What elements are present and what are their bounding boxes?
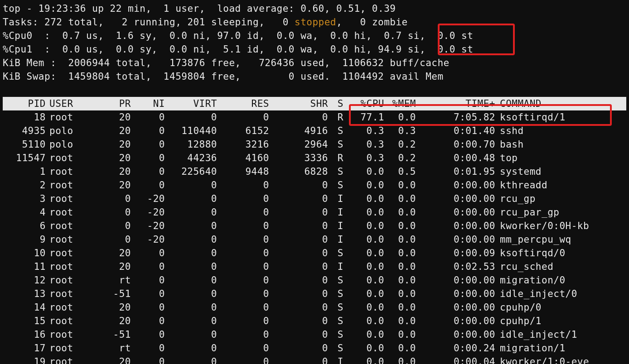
cell-res: 0 <box>217 219 269 233</box>
cell-res: 0 <box>217 287 269 301</box>
cell-time: 0:00.00 <box>416 314 495 328</box>
cell-shr: 0 <box>269 301 328 314</box>
cell-res: 0 <box>217 301 269 314</box>
col-cpu[interactable]: %CPU <box>344 97 384 110</box>
cell-virt: 0 <box>165 301 217 314</box>
cell-ni: 0 <box>131 260 165 273</box>
top-output: top - 19:23:36 up 22 min, 1 user, load a… <box>0 0 629 364</box>
cell-cpu: 0.3 <box>344 138 384 151</box>
cell-mem: 0.0 <box>384 178 416 192</box>
table-row: 18root200000R77.10.07:05.82ksoftirqd/1 <box>3 110 626 124</box>
cell-shr: 0 <box>269 341 328 355</box>
cell-pid: 13 <box>3 287 46 301</box>
cell-cmd: ksoftirqd/1 <box>495 110 626 124</box>
summary-mem: KiB Mem : 2006944 total, 173876 free, 72… <box>3 56 626 70</box>
cell-mem: 0.0 <box>384 287 416 301</box>
cell-ni: -20 <box>131 219 165 233</box>
cell-mem: 0.0 <box>384 246 416 260</box>
cell-cmd: rcu_gp <box>495 192 626 206</box>
cell-s: S <box>328 341 344 355</box>
cell-s: S <box>328 314 344 328</box>
cell-mem: 0.0 <box>384 219 416 233</box>
cell-cmd: idle_inject/1 <box>495 328 626 341</box>
cell-res: 0 <box>217 192 269 206</box>
cell-res: 0 <box>217 260 269 273</box>
cell-cmd: migration/1 <box>495 341 626 355</box>
cell-user: root <box>46 328 86 341</box>
cell-mem: 0.0 <box>384 206 416 219</box>
cell-pid: 10 <box>3 246 46 260</box>
table-row: 5110polo2001288032162964S0.30.20:00.70ba… <box>3 138 626 151</box>
cell-res: 0 <box>217 206 269 219</box>
col-s[interactable]: S <box>328 97 344 110</box>
cell-s: S <box>328 287 344 301</box>
cell-time: 0:00.00 <box>416 328 495 341</box>
cell-ni: -20 <box>131 233 165 246</box>
cell-time: 0:01.95 <box>416 165 495 178</box>
cell-shr: 0 <box>269 246 328 260</box>
cell-pid: 9 <box>3 233 46 246</box>
cell-res: 4160 <box>217 151 269 165</box>
cell-mem: 0.3 <box>384 124 416 138</box>
cell-ni: 0 <box>131 273 165 287</box>
cell-shr: 0 <box>269 355 328 364</box>
col-cmd[interactable]: COMMAND <box>495 97 626 110</box>
cell-ni: 0 <box>131 314 165 328</box>
cell-s: I <box>328 260 344 273</box>
cell-mem: 0.0 <box>384 355 416 364</box>
cell-virt: 0 <box>165 233 217 246</box>
cell-cpu: 0.0 <box>344 178 384 192</box>
cell-pr: rt <box>86 273 131 287</box>
cell-pid: 4 <box>3 206 46 219</box>
cell-user: root <box>46 151 86 165</box>
cell-pr: 0 <box>86 192 131 206</box>
cell-res: 0 <box>217 233 269 246</box>
col-res[interactable]: RES <box>217 97 269 110</box>
cell-virt: 0 <box>165 206 217 219</box>
table-row: 19root200000I0.00.00:00.04kworker/1:0-ev… <box>3 355 626 364</box>
col-user[interactable]: USER <box>46 97 86 110</box>
process-list: 18root200000R77.10.07:05.82ksoftirqd/149… <box>3 110 626 364</box>
cell-cpu: 0.0 <box>344 287 384 301</box>
cell-cmd: mm_percpu_wq <box>495 233 626 246</box>
cell-pr: 20 <box>86 165 131 178</box>
cell-cmd: rcu_sched <box>495 260 626 273</box>
table-row: 16root-510000S0.00.00:00.00idle_inject/1 <box>3 328 626 341</box>
cell-time: 0:00.24 <box>416 341 495 355</box>
cell-ni: 0 <box>131 301 165 314</box>
cell-res: 0 <box>217 110 269 124</box>
cell-virt: 0 <box>165 110 217 124</box>
cell-ni: 0 <box>131 124 165 138</box>
cell-s: I <box>328 233 344 246</box>
cell-user: root <box>46 219 86 233</box>
cell-user: polo <box>46 138 86 151</box>
col-time[interactable]: TIME+ <box>416 97 495 110</box>
col-ni[interactable]: NI <box>131 97 165 110</box>
cell-cmd: cpuhp/0 <box>495 301 626 314</box>
cell-pid: 12 <box>3 273 46 287</box>
col-pid[interactable]: PID <box>3 97 46 110</box>
summary-swap: KiB Swap: 1459804 total, 1459804 free, 0… <box>3 70 626 83</box>
table-row: 17rootrt0000S0.00.00:00.24migration/1 <box>3 341 626 355</box>
cell-cpu: 0.0 <box>344 219 384 233</box>
table-row: 14root200000S0.00.00:00.00cpuhp/0 <box>3 301 626 314</box>
cell-ni: 0 <box>131 287 165 301</box>
col-shr[interactable]: SHR <box>269 97 328 110</box>
cell-ni: -20 <box>131 192 165 206</box>
cell-s: I <box>328 206 344 219</box>
cell-virt: 0 <box>165 192 217 206</box>
cell-res: 0 <box>217 355 269 364</box>
table-row: 4root0-20000I0.00.00:00.00rcu_par_gp <box>3 206 626 219</box>
cell-ni: 0 <box>131 151 165 165</box>
cell-s: S <box>328 246 344 260</box>
col-virt[interactable]: VIRT <box>165 97 217 110</box>
col-pr[interactable]: PR <box>86 97 131 110</box>
table-row: 4935polo20011044061524916S0.30.30:01.40s… <box>3 124 626 138</box>
cell-s: S <box>328 138 344 151</box>
cell-ni: 0 <box>131 165 165 178</box>
cell-cmd: rcu_par_gp <box>495 206 626 219</box>
cell-ni: 0 <box>131 328 165 341</box>
col-mem[interactable]: %MEM <box>384 97 416 110</box>
cell-ni: 0 <box>131 246 165 260</box>
cell-res: 0 <box>217 314 269 328</box>
